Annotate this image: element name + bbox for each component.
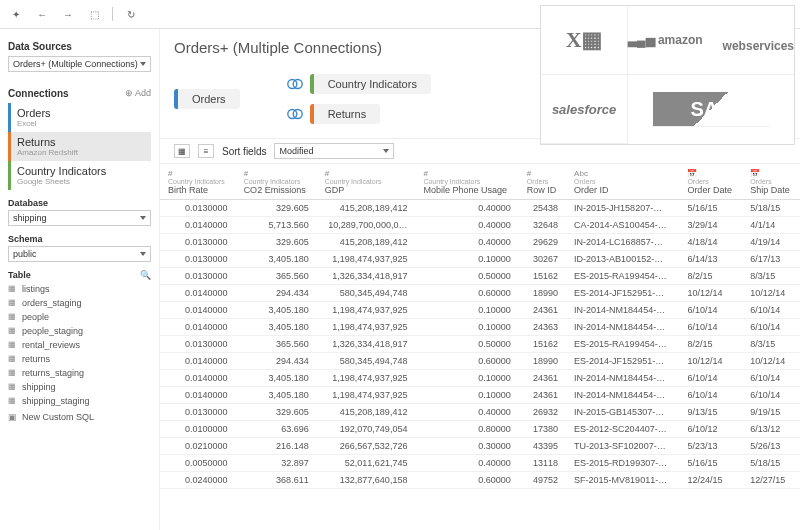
table-row[interactable]: 0.01400003,405.1801,198,474,937,9250.100… xyxy=(160,302,800,319)
column-header[interactable]: 📅OrdersShip Date xyxy=(742,164,800,200)
search-icon[interactable]: 🔍 xyxy=(140,270,151,280)
table-list: listingsorders_stagingpeoplepeople_stagi… xyxy=(8,282,151,408)
app-logo-icon: ✦ xyxy=(8,6,24,22)
column-header[interactable]: #Country IndicatorsGDP xyxy=(317,164,416,200)
chevron-down-icon xyxy=(140,216,146,220)
table-row[interactable]: 0.0140000294.434580,345,494,7480.6000018… xyxy=(160,285,800,302)
table-item[interactable]: people_staging xyxy=(8,324,151,338)
datasource-select[interactable]: Orders+ (Multiple Connections) xyxy=(8,56,151,72)
table-item[interactable]: orders_staging xyxy=(8,296,151,310)
table-item[interactable]: returns xyxy=(8,352,151,366)
table-row[interactable]: 0.0140000294.434580,345,494,7480.6000018… xyxy=(160,353,800,370)
table-row[interactable]: 0.01400003,405.1801,198,474,937,9250.100… xyxy=(160,319,800,336)
table-label: Table 🔍 xyxy=(8,270,151,280)
table-item[interactable]: shipping xyxy=(8,380,151,394)
table-item[interactable]: returns_staging xyxy=(8,366,151,380)
sort-select[interactable]: Modified xyxy=(274,143,394,159)
sidebar: Data Sources Orders+ (Multiple Connectio… xyxy=(0,29,160,530)
connection-item[interactable]: OrdersExcel xyxy=(8,103,151,132)
chevron-down-icon xyxy=(140,252,146,256)
table-row[interactable]: 0.0240000368.611132,877,640,1580.6000049… xyxy=(160,472,800,489)
chevron-down-icon xyxy=(383,149,389,153)
column-header[interactable]: 📅OrdersOrder Date xyxy=(679,164,742,200)
svg-point-1 xyxy=(293,80,302,89)
connections-heading: Connections xyxy=(8,88,69,99)
table-row[interactable]: 0.01400003,405.1801,198,474,937,9250.100… xyxy=(160,370,800,387)
salesforce-logo: salesforce xyxy=(541,75,628,144)
returns-pill[interactable]: Returns xyxy=(310,104,381,124)
join-icon[interactable] xyxy=(286,75,304,93)
schema-label: Schema xyxy=(8,234,151,244)
chevron-down-icon xyxy=(140,62,146,66)
list-view-toggle[interactable]: ≡ xyxy=(198,144,214,158)
table-row[interactable]: 0.0130000329.605415,208,189,4120.4000025… xyxy=(160,200,800,217)
svg-point-3 xyxy=(293,110,302,119)
table-row[interactable]: 0.01300003,405.1801,198,474,937,9250.100… xyxy=(160,251,800,268)
forward-icon[interactable]: → xyxy=(60,6,76,22)
table-row[interactable]: 0.010000063.696192,070,749,0540.80000173… xyxy=(160,421,800,438)
new-custom-sql[interactable]: ▣ New Custom SQL xyxy=(8,408,151,424)
column-header[interactable]: #OrdersRow ID xyxy=(519,164,566,200)
table-row[interactable]: 0.0130000365.5601,326,334,418,9170.50000… xyxy=(160,268,800,285)
table-row[interactable]: 0.01400003,405.1801,198,474,937,9250.100… xyxy=(160,387,800,404)
schema-select[interactable]: public xyxy=(8,246,151,262)
page-title: Orders+ (Multiple Connections) xyxy=(174,39,382,56)
join-icon[interactable] xyxy=(286,105,304,123)
database-label: Database xyxy=(8,198,151,208)
add-connection-button[interactable]: ⊕ Add xyxy=(125,88,151,98)
data-grid[interactable]: #Country IndicatorsBirth Rate#Country In… xyxy=(160,164,800,530)
table-item[interactable]: people xyxy=(8,310,151,324)
save-icon[interactable]: ⬚ xyxy=(86,6,102,22)
back-icon[interactable]: ← xyxy=(34,6,50,22)
data-sources-heading: Data Sources xyxy=(8,41,151,52)
table-row[interactable]: 0.01400005,713.56010,289,700,000,0…0.400… xyxy=(160,217,800,234)
database-select[interactable]: shipping xyxy=(8,210,151,226)
table-item[interactable]: rental_reviews xyxy=(8,338,151,352)
refresh-icon[interactable]: ↻ xyxy=(123,6,139,22)
table-row[interactable]: 0.0130000365.5601,326,334,418,9170.50000… xyxy=(160,336,800,353)
sort-label: Sort fields xyxy=(222,146,266,157)
sap-logo: SAP xyxy=(653,92,769,127)
table-row[interactable]: 0.005000032.89752,011,621,7450.400001311… xyxy=(160,455,800,472)
column-header[interactable]: #Country IndicatorsMobile Phone Usage xyxy=(415,164,518,200)
column-header[interactable]: AbcOrdersOrder ID xyxy=(566,164,679,200)
column-header[interactable]: #Country IndicatorsBirth Rate xyxy=(160,164,236,200)
grid-view-toggle[interactable]: ▦ xyxy=(174,144,190,158)
aws-logo: ▃▄▅ amazon webservices xyxy=(628,6,794,75)
table-row[interactable]: 0.0210000216.148266,567,532,7260.3000043… xyxy=(160,438,800,455)
column-header[interactable]: #Country IndicatorsCO2 Emissions xyxy=(236,164,317,200)
table-item[interactable]: shipping_staging xyxy=(8,394,151,408)
orders-pill[interactable]: Orders xyxy=(174,89,240,109)
country-indicators-pill[interactable]: Country Indicators xyxy=(310,74,431,94)
table-row[interactable]: 0.0130000329.605415,208,189,4120.4000029… xyxy=(160,234,800,251)
logo-overlay: X▦ ▃▄▅ amazon webservices salesforce SAP xyxy=(540,5,795,145)
connection-item[interactable]: Country IndicatorsGoogle Sheets xyxy=(8,161,151,190)
table-item[interactable]: listings xyxy=(8,282,151,296)
excel-logo: X▦ xyxy=(541,6,628,75)
connection-item[interactable]: ReturnsAmazon Redshift xyxy=(8,132,151,161)
table-row[interactable]: 0.0130000329.605415,208,189,4120.4000026… xyxy=(160,404,800,421)
